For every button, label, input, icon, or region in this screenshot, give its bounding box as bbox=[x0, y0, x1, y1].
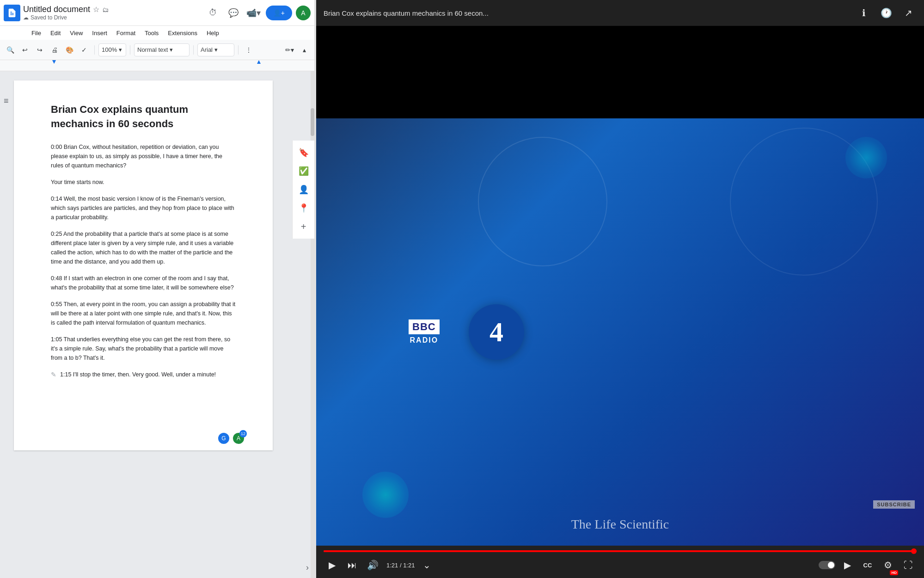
yt-title-text: Brian Cox explains quantum mechanics in … bbox=[324, 9, 850, 17]
doc-scroll-area[interactable]: Brian Cox explains quantum mechanics in … bbox=[0, 71, 311, 578]
toolbar-search-btn[interactable]: 🔍 bbox=[4, 43, 17, 56]
doc-bottom-avatars: G A 12 bbox=[217, 432, 245, 445]
video-content: BBC RADIO 4 The Life Scientific SUBSCRIB… bbox=[316, 118, 924, 546]
user-avatar[interactable]: A bbox=[296, 6, 311, 20]
bbc-radio-text: RADIO bbox=[409, 336, 440, 344]
sidebar-icon-maps[interactable]: 📍 bbox=[295, 200, 312, 216]
teal-orb-left bbox=[362, 472, 409, 518]
yt-video-area: BBC RADIO 4 The Life Scientific SUBSCRIB… bbox=[316, 118, 924, 578]
toolbar-pencil-btn[interactable]: ✏▾ bbox=[283, 43, 296, 56]
font-chevron: ▾ bbox=[214, 46, 218, 53]
yt-play-btn[interactable]: ▶ bbox=[324, 557, 340, 573]
menu-view[interactable]: View bbox=[66, 28, 86, 38]
share-button[interactable]: 👤+ bbox=[266, 6, 292, 20]
menu-format[interactable]: Format bbox=[113, 28, 139, 38]
gear-icon: ⚙ bbox=[884, 560, 892, 571]
comments-btn[interactable]: 💬 bbox=[225, 5, 242, 21]
bbc-4-number: 4 bbox=[490, 318, 503, 346]
yt-play-right-btn[interactable]: ▶ bbox=[839, 557, 856, 573]
bg-circle-1 bbox=[478, 137, 607, 266]
font-select[interactable]: Arial ▾ bbox=[197, 43, 234, 56]
expand-sidebar-btn[interactable]: › bbox=[306, 563, 309, 572]
ruler-right-marker bbox=[257, 60, 261, 64]
bbc-4-circle: 4 bbox=[469, 304, 524, 360]
yt-topbar: Brian Cox explains quantum mechanics in … bbox=[316, 0, 924, 26]
toolbar-spell-btn[interactable]: ✓ bbox=[78, 43, 91, 56]
bbc-logo: BBC RADIO bbox=[409, 320, 440, 344]
yt-fullscreen-btn[interactable]: ⛶ bbox=[900, 557, 917, 573]
saved-status: ☁ Saved to Drive bbox=[23, 14, 202, 21]
doc-page: Brian Cox explains quantum mechanics in … bbox=[14, 80, 273, 450]
sidebar-icons: 🔖 ✅ 👤 📍 + bbox=[292, 141, 314, 239]
toolbar-sep-4 bbox=[238, 45, 239, 55]
youtube-panel: Brian Cox explains quantum mechanics in … bbox=[316, 0, 924, 578]
yt-progress-bar[interactable] bbox=[324, 550, 917, 552]
doc-para-5: 0:55 Then, at every point in the room, y… bbox=[51, 300, 236, 327]
yt-skip-btn[interactable]: ⏭ bbox=[344, 557, 361, 573]
teal-orb-right bbox=[845, 137, 887, 178]
style-chevron: ▾ bbox=[170, 46, 173, 53]
ruler-area bbox=[0, 60, 314, 71]
yt-expand-btn[interactable]: ⌄ bbox=[418, 557, 435, 573]
zoom-select[interactable]: 100% ▾ bbox=[98, 43, 126, 56]
menu-extensions[interactable]: Extensions bbox=[164, 28, 201, 38]
yt-black-area bbox=[316, 26, 924, 118]
history-btn[interactable]: ⏱ bbox=[205, 5, 221, 21]
doc-content-area: ≡ Brian Cox explains quantum mechanics i… bbox=[0, 71, 314, 578]
doc-title-row: Untitled document ☆ 🗂 bbox=[23, 5, 202, 14]
yt-info-btn[interactable]: ℹ bbox=[856, 5, 872, 21]
yt-settings-btn[interactable]: ⚙ HD bbox=[880, 557, 896, 573]
style-select[interactable]: Normal text ▾ bbox=[134, 43, 190, 56]
yt-share-btn[interactable]: ↗ bbox=[900, 5, 917, 21]
fullscreen-icon: ⛶ bbox=[904, 560, 913, 571]
avatar-blue: G bbox=[217, 432, 230, 445]
doc-heading: Brian Cox explains quantum mechanics in … bbox=[51, 103, 236, 131]
doc-para-4: 0:48 If I start with an electron in one … bbox=[51, 274, 236, 292]
docs-topbar: Untitled document ☆ 🗂 ☁ Saved to Drive ⏱… bbox=[0, 0, 314, 26]
sidebar-icon-add[interactable]: + bbox=[295, 218, 312, 235]
yt-cc-btn[interactable]: CC bbox=[859, 557, 876, 573]
sidebar-icon-keepnotes[interactable]: 🔖 bbox=[295, 144, 312, 161]
yt-controls: ▶ ⏭ 🔊 1:21 / 1:21 ⌄ ▶ CC bbox=[316, 546, 924, 578]
doc-title[interactable]: Untitled document bbox=[23, 5, 90, 14]
yt-settings-area: ⚙ HD bbox=[880, 557, 896, 573]
yt-clock-btn[interactable]: 🕐 bbox=[878, 5, 894, 21]
menu-tools[interactable]: Tools bbox=[141, 28, 162, 38]
meet-btn[interactable]: 📹▾ bbox=[245, 5, 262, 21]
menu-insert[interactable]: Insert bbox=[88, 28, 111, 38]
zoom-chevron: ▾ bbox=[119, 46, 122, 53]
doc-title-area: Untitled document ☆ 🗂 ☁ Saved to Drive bbox=[23, 5, 202, 21]
toolbar-sep-2 bbox=[130, 45, 130, 55]
toolbar-undo-btn[interactable]: ↩ bbox=[18, 43, 31, 56]
menu-edit[interactable]: Edit bbox=[47, 28, 64, 38]
toolbar-paint-btn[interactable]: 🎨 bbox=[63, 43, 76, 56]
sidebar-icon-tasks[interactable]: ✅ bbox=[295, 163, 312, 179]
sidebar-icon-contacts[interactable]: 👤 bbox=[295, 181, 312, 198]
yt-video-frame[interactable]: BBC RADIO 4 The Life Scientific SUBSCRIB… bbox=[316, 118, 924, 546]
menu-help[interactable]: Help bbox=[203, 28, 223, 38]
share-icon: 👤+ bbox=[273, 9, 285, 17]
ruler-left-marker bbox=[52, 60, 56, 64]
show-title: The Life Scientific bbox=[571, 517, 669, 532]
menu-file[interactable]: File bbox=[28, 28, 45, 38]
doc-scroll-thumb[interactable] bbox=[311, 108, 314, 136]
toolbar-more-btn[interactable]: ⋮ bbox=[242, 43, 255, 56]
yt-progress-fill bbox=[324, 550, 917, 552]
avatar-badge: 12 bbox=[239, 430, 247, 437]
yt-volume-btn[interactable]: 🔊 bbox=[364, 557, 381, 573]
doc-para-2: 0:14 Well, the most basic version I know… bbox=[51, 194, 236, 222]
yt-autoplay-toggle[interactable] bbox=[819, 561, 835, 569]
toolbar-print-btn[interactable]: 🖨 bbox=[48, 43, 61, 56]
history-icon[interactable]: 🗂 bbox=[102, 6, 109, 13]
toolbar-collapse-btn[interactable]: ▴ bbox=[298, 43, 311, 56]
topbar-icons: ⏱ 💬 📹▾ 👤+ A bbox=[205, 5, 311, 21]
toolbar-redo-btn[interactable]: ↪ bbox=[33, 43, 46, 56]
doc-list-icon[interactable]: ≡ bbox=[4, 96, 9, 106]
star-icon[interactable]: ☆ bbox=[93, 5, 99, 14]
docs-toolbar: 🔍 ↩ ↪ 🖨 🎨 ✓ 100% ▾ Normal text ▾ Arial ▾… bbox=[0, 40, 314, 60]
yt-progress-dot bbox=[911, 548, 917, 554]
avatar-green: A 12 bbox=[232, 432, 245, 445]
edit-pencil-icon: ✎ bbox=[51, 371, 56, 378]
toolbar-sep-1 bbox=[94, 45, 95, 55]
doc-para-6: 1:05 That underlies everything else you … bbox=[51, 335, 236, 363]
